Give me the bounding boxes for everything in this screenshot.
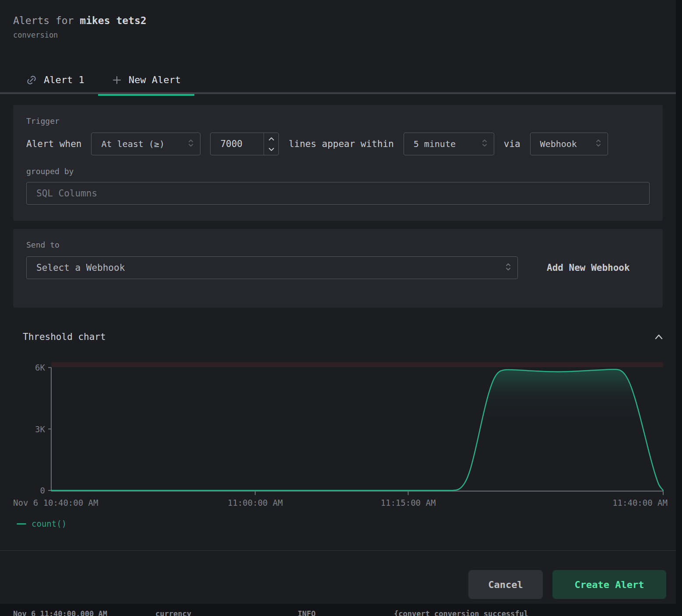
plus-icon bbox=[112, 75, 122, 85]
footer: Cancel Create Alert bbox=[0, 570, 676, 599]
link-icon bbox=[26, 74, 37, 86]
legend-series-label: count() bbox=[32, 519, 67, 528]
alert-when-label: Alert when bbox=[26, 139, 81, 149]
threshold-chart-svg[interactable]: 03K6KNov 6 10:40:00 AM11:00:00 AM11:15:0… bbox=[0, 354, 676, 510]
chevron-up-down-icon bbox=[188, 138, 194, 150]
tab-alert-1[interactable]: Alert 1 bbox=[12, 66, 98, 94]
send-to-panel: Send to Select a Webhook Add New Webhook bbox=[13, 229, 663, 308]
alert-tabs: Alert 1 New Alert bbox=[0, 66, 676, 94]
chart-legend: count() bbox=[17, 519, 67, 528]
group-by-input[interactable] bbox=[26, 182, 650, 205]
condition-select-value: At least (≥) bbox=[101, 139, 165, 149]
webhook-select-placeholder: Select a Webhook bbox=[36, 262, 125, 273]
svg-text:11:15:00 AM: 11:15:00 AM bbox=[381, 498, 436, 508]
threshold-chart-header: Threshold chart bbox=[23, 331, 666, 343]
title-prefix: Alerts for bbox=[13, 15, 80, 26]
chevron-up-down-icon bbox=[595, 138, 601, 150]
trigger-section-label: Trigger bbox=[26, 116, 650, 126]
trigger-panel: Trigger Alert when At least (≥) bbox=[13, 105, 663, 221]
threshold-number-input[interactable] bbox=[211, 133, 264, 155]
lines-appear-label: lines appear within bbox=[288, 139, 394, 149]
svg-text:11:40:00 AM: 11:40:00 AM bbox=[612, 498, 668, 508]
chevron-up-icon[interactable] bbox=[651, 331, 666, 343]
log-level: INFO bbox=[298, 609, 316, 616]
svg-text:Nov 6 10:40:00 AM: Nov 6 10:40:00 AM bbox=[13, 498, 98, 508]
alerts-page: Alerts for mikes tets2 conversion Alert … bbox=[0, 0, 682, 616]
cancel-button[interactable]: Cancel bbox=[468, 570, 543, 599]
svg-text:6K: 6K bbox=[35, 363, 45, 372]
time-window-select-value: 5 minute bbox=[414, 139, 456, 149]
threshold-chart-title: Threshold chart bbox=[23, 332, 106, 342]
page-title: Alerts for mikes tets2 bbox=[13, 15, 147, 26]
number-spinner bbox=[264, 133, 278, 155]
spinner-up-button[interactable] bbox=[264, 133, 278, 144]
create-alert-button[interactable]: Create Alert bbox=[552, 570, 666, 599]
page-subtitle: conversion bbox=[13, 31, 147, 39]
time-window-select[interactable]: 5 minute bbox=[404, 133, 494, 155]
footer-divider bbox=[0, 550, 676, 551]
grouped-by-label: grouped by bbox=[26, 167, 650, 176]
svg-text:11:00:00 AM: 11:00:00 AM bbox=[228, 498, 283, 508]
threshold-number-input-box bbox=[210, 133, 279, 155]
add-new-webhook-button[interactable]: Add New Webhook bbox=[545, 258, 632, 277]
spinner-down-button[interactable] bbox=[264, 144, 278, 155]
tab-alert-1-label: Alert 1 bbox=[44, 74, 84, 85]
chevron-up-down-icon bbox=[482, 138, 488, 150]
legend-line-swatch bbox=[17, 523, 26, 525]
condition-select[interactable]: At least (≥) bbox=[91, 133, 200, 155]
channel-select-value: Webhook bbox=[540, 139, 577, 149]
title-source-name: mikes tets2 bbox=[80, 15, 146, 26]
send-to-label: Send to bbox=[26, 240, 650, 249]
log-timestamp: Nov 6 11:40:00.000 AM bbox=[13, 609, 107, 616]
trigger-row: Alert when At least (≥) bbox=[26, 133, 650, 155]
send-to-row: Select a Webhook Add New Webhook bbox=[26, 256, 650, 279]
channel-select[interactable]: Webhook bbox=[530, 133, 608, 155]
background-log-strip: Nov 6 11:40:00.000 AM currency INFO {con… bbox=[0, 604, 682, 616]
webhook-select[interactable]: Select a Webhook bbox=[26, 256, 518, 279]
chevron-up-down-icon bbox=[505, 262, 511, 274]
svg-text:0: 0 bbox=[40, 486, 45, 495]
log-service: currency bbox=[155, 609, 191, 616]
log-message: {convert conversion successful bbox=[394, 609, 528, 616]
tab-new-alert-label: New Alert bbox=[129, 74, 181, 85]
alerts-modal: Alerts for mikes tets2 conversion Alert … bbox=[0, 0, 676, 604]
tab-new-alert[interactable]: New Alert bbox=[98, 66, 194, 94]
modal-header: Alerts for mikes tets2 conversion bbox=[13, 15, 147, 39]
svg-text:3K: 3K bbox=[35, 424, 45, 434]
via-label: via bbox=[504, 139, 520, 149]
